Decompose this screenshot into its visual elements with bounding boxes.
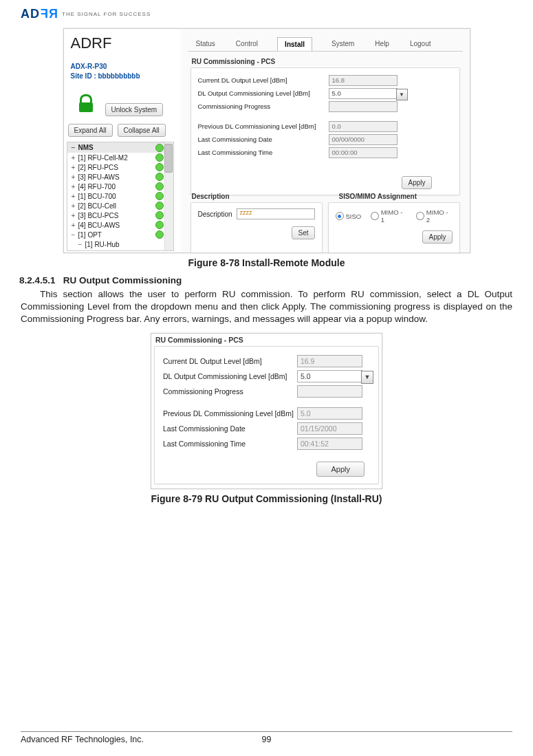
radio-siso[interactable]: SISO — [336, 212, 362, 220]
tab-status[interactable]: Status — [195, 37, 217, 52]
label2-dl-comm-level: DL Output Commissioning Level [dBm] — [163, 372, 297, 380]
page-footer: Advanced RF Technologies, Inc. 99 — [21, 731, 512, 753]
tree-root[interactable]: NMS — [77, 144, 155, 151]
figure-8-78-caption: Figure 8-78 Install-Remote Module — [21, 257, 512, 268]
set-button[interactable]: Set — [292, 226, 314, 239]
section-title: RU Output Commissioning — [63, 275, 182, 285]
collapse-icon[interactable]: − — [70, 144, 77, 151]
site-id: Site ID : bbbbbbbbbb — [71, 72, 140, 81]
radio-mimo1[interactable]: MIMO - 1 — [371, 208, 406, 224]
value2-last-date: 01/15/2000 — [297, 422, 362, 435]
description-title: Description — [192, 193, 230, 200]
section-body: This section allows the user to perform … — [21, 288, 512, 326]
tree-item[interactable]: [3] BCU-PCS — [77, 212, 155, 219]
description-panel: Description zzzz Set — [191, 202, 323, 253]
unlock-system-button[interactable]: Unlock System — [105, 103, 164, 116]
tree-item[interactable]: [1] RU-Hub — [84, 241, 173, 248]
figure-8-79-caption: Figure 8-79 RU Output Commissioning (Ins… — [21, 493, 512, 504]
tree-item[interactable]: [3] RFU-AWS — [77, 173, 155, 181]
description-label: Description — [198, 210, 232, 218]
tree-item[interactable]: [2] BCU-Cell — [77, 202, 155, 210]
comm-progress-bar — [329, 101, 398, 112]
comm-progress2-bar — [297, 385, 362, 398]
top-tabs: Status Control Install System Help Logou… — [195, 37, 463, 52]
tab-logout[interactable]: Logout — [409, 37, 433, 52]
tree-item[interactable]: [2] RFU-PCS — [77, 164, 155, 171]
label2-current-dl: Current DL Output Level [dBm] — [163, 357, 297, 365]
value-prev-dl: 0.0 — [329, 121, 398, 132]
app-logo: ADRF — [71, 34, 112, 52]
tab-system[interactable]: System — [330, 37, 356, 52]
label-dl-comm-level: DL Output Commissioning Level [dBm] — [198, 89, 329, 97]
device-tree[interactable]: −NMS +[1] RFU-Cell-M2 +[2] RFU-PCS +[3] … — [67, 142, 174, 251]
logo-ad: AD — [21, 7, 40, 21]
section-heading: 8.2.4.5.1 RU Output Commissioning — [19, 275, 512, 285]
description-input[interactable]: zzzz — [237, 208, 315, 219]
status-dot-icon — [155, 144, 164, 152]
main-area: Status Control Install System Help Logou… — [181, 29, 470, 252]
label2-prev-dl: Previous DL Commissioning Level [dBm] — [163, 409, 297, 418]
figure-8-78-screenshot: ADRF ADX-R-P30 Site ID : bbbbbbbbbb Unlo… — [63, 28, 470, 253]
tab-help[interactable]: Help — [373, 37, 391, 52]
logo-tagline: THE SIGNAL FOR SUCCESS — [62, 11, 151, 17]
label-last-time: Last Commissioning Time — [198, 149, 329, 156]
label-prev-dl: Previous DL Commissioning Level [dBm] — [198, 122, 329, 130]
label-comm-progress: Commissioning Progress — [198, 102, 329, 110]
label2-comm-progress: Commissioning Progress — [163, 387, 297, 396]
tree-item[interactable]: [4] BCU-AWS — [77, 222, 155, 229]
tree-item[interactable]: [1] OPT — [77, 231, 155, 239]
device-model: ADX-R-P30 — [71, 62, 140, 72]
radio-mimo2[interactable]: MIMO - 2 — [416, 208, 452, 224]
figure-8-79-screenshot: RU Commissioning - PCS Current DL Output… — [151, 333, 382, 489]
siso-mimo-panel: SISO MIMO - 1 MIMO - 2 Apply — [328, 202, 460, 253]
siso-mimo-title: SISO/MIMO Assignment — [339, 193, 417, 200]
label-current-dl: Current DL Output Level [dBm] — [198, 76, 329, 84]
apply-button[interactable]: Apply — [402, 176, 431, 189]
value2-current-dl: 16.9 — [297, 355, 362, 367]
device-info: ADX-R-P30 Site ID : bbbbbbbbbb — [71, 62, 140, 81]
label2-last-time: Last Commissioning Time — [163, 440, 297, 448]
tree-scrollbar[interactable] — [164, 142, 173, 250]
tree-item[interactable]: [1] RFU-Cell-M2 — [77, 154, 155, 162]
tree-item[interactable]: [4] RFU-700 — [77, 183, 155, 191]
sidebar: ADRF ADX-R-P30 Site ID : bbbbbbbbbb Unlo… — [64, 29, 182, 252]
value-current-dl: 16.8 — [329, 75, 398, 86]
dl-comm-level2-select[interactable]: 5.0▼ — [297, 370, 362, 382]
ru-commissioning-panel: Current DL Output Level [dBm]16.8 DL Out… — [191, 67, 460, 195]
ru-commissioning-title: RU Commissioning - PCS — [192, 58, 276, 65]
label-last-date: Last Commissioning Date — [198, 136, 329, 143]
logo-rf: RF — [40, 7, 58, 21]
expand-all-button[interactable]: Expand All — [68, 124, 113, 137]
collapse-all-button[interactable]: Collapse All — [118, 124, 166, 137]
dropdown-arrow-icon[interactable]: ▼ — [361, 371, 373, 384]
label2-last-date: Last Commissioning Date — [163, 424, 297, 433]
value-last-date: 00/00/0000 — [329, 134, 398, 145]
apply-siso-button[interactable]: Apply — [422, 230, 452, 244]
tab-control[interactable]: Control — [235, 37, 259, 52]
page-header-logo: ADRF THE SIGNAL FOR SUCCESS — [21, 7, 512, 24]
ru-commissioning2-panel: Current DL Output Level [dBm]16.9 DL Out… — [154, 346, 379, 484]
apply2-button[interactable]: Apply — [316, 462, 365, 477]
section-number: 8.2.4.5.1 — [19, 275, 56, 285]
tree-item[interactable]: [1] BCU-700 — [77, 193, 155, 200]
value2-prev-dl: 5.0 — [297, 407, 362, 420]
tab-install[interactable]: Install — [277, 37, 312, 52]
dropdown-arrow-icon[interactable]: ▼ — [396, 89, 408, 100]
value2-last-time: 00:41:52 — [297, 438, 362, 450]
value-last-time: 00:00:00 — [329, 147, 398, 158]
dl-comm-level-select[interactable]: 5.0▼ — [329, 88, 398, 99]
ru-commissioning2-title: RU Commissioning - PCS — [155, 336, 243, 344]
footer-page-number: 99 — [21, 735, 512, 744]
lock-icon — [79, 94, 94, 112]
